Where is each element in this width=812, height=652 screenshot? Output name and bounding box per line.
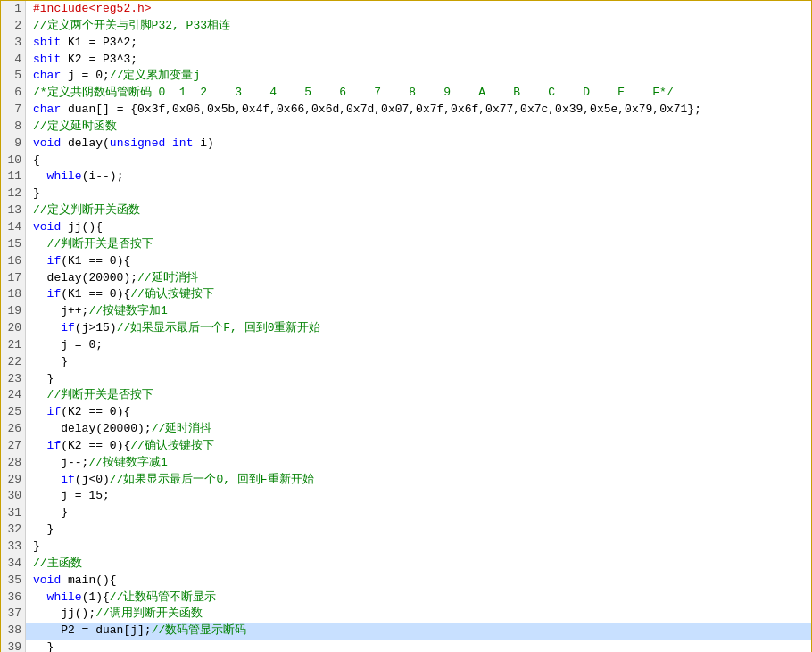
line-number: 13 [1,202,26,219]
line-number: 6 [1,85,26,102]
code-token: if [61,321,75,334]
line-code: delay(20000);//延时消抖 [26,421,811,438]
code-token: //如果显示最后一个0, 回到F重新开始 [110,473,314,486]
line-code: void main(){ [26,573,811,590]
code-token: char [33,103,61,116]
line-row: 13//定义判断开关函数 [1,202,811,219]
line-number: 12 [1,186,26,202]
line-row: 2//定义两个开关与引脚P32, P33相连 [1,18,811,35]
code-token: P2 = duan[j]; [33,623,152,637]
line-number: 27 [1,438,26,455]
code-token: (K2 == 0){ [61,439,130,452]
code-token: //确认按键按下 [130,287,214,301]
code-token: (i--); [82,169,124,183]
line-number: 11 [1,169,26,186]
line-number: 21 [1,337,26,354]
code-token [33,405,47,418]
line-code: #include<reg52.h> [26,1,811,18]
line-row: 27 if(K2 == 0){//确认按键按下 [1,438,811,455]
code-token [33,473,61,486]
code-token: //延时消抖 [137,271,198,285]
line-number: 22 [1,354,26,371]
line-row: 12} [1,186,811,202]
line-row: 38 P2 = duan[j];//数码管显示断码 [1,623,811,640]
code-token [33,169,47,183]
line-row: 33} [1,539,811,556]
line-row: 6/*定义共阴数码管断码 0 1 2 3 4 5 6 7 8 9 A B C D… [1,85,811,102]
line-row: 1#include<reg52.h> [1,1,811,18]
code-token: (j>15) [75,321,117,334]
line-row: 19 j++;//按键数字加1 [1,303,811,320]
code-token: while [47,590,82,604]
line-number: 34 [1,556,26,573]
line-row: 31 } [1,505,811,522]
line-code: } [26,354,811,371]
code-token: //按键数字减1 [88,456,167,469]
line-number: 15 [1,236,26,253]
code-token: (K2 == 0){ [61,405,130,418]
line-code: //定义判断开关函数 [26,202,811,219]
line-code: } [26,505,811,522]
code-token: i) [193,136,213,150]
code-token: //判断开关是否按下 [47,237,154,251]
line-code: if(j>15)//如果显示最后一个F, 回到0重新开始 [26,320,811,337]
line-code: } [26,539,811,556]
code-token: if [61,473,75,486]
code-token: if [47,439,62,452]
code-token: //定义延时函数 [33,120,117,133]
line-row: 30 j = 15; [1,488,811,505]
code-token [33,321,61,334]
line-number: 16 [1,253,26,270]
code-token: //定义两个开关与引脚P32, P33相连 [33,19,230,32]
code-token: //延时消抖 [152,422,212,435]
line-row: 28 j--;//按键数字减1 [1,455,811,472]
line-number: 31 [1,505,26,522]
line-number: 1 [1,1,26,18]
code-token: //定义累加变量j [110,69,200,82]
line-code: } [26,186,811,202]
line-code: if(K2 == 0){ [26,404,811,421]
code-token: delay(20000); [33,422,152,435]
line-row: 24 //判断开关是否按下 [1,387,811,404]
line-row: 10{ [1,153,811,169]
line-row: 3sbit K1 = P3^2; [1,35,811,52]
code-token: } [33,640,54,652]
code-token [33,439,47,452]
line-number: 18 [1,286,26,303]
line-row: 15 //判断开关是否按下 [1,236,811,253]
line-row: 36 while(1){//让数码管不断显示 [1,590,811,607]
code-token: } [33,355,68,368]
line-row: 11 while(i--); [1,169,811,186]
code-token: void [33,220,61,234]
line-code: //主函数 [26,556,811,573]
line-number: 3 [1,35,26,52]
line-number: 33 [1,539,26,556]
line-number: 25 [1,404,26,421]
line-code: } [26,640,811,652]
code-token: (K1 == 0){ [61,287,130,301]
line-code: //定义延时函数 [26,119,811,136]
line-code: /*定义共阴数码管断码 0 1 2 3 4 5 6 7 8 9 A B C D … [26,85,811,102]
line-code: sbit K1 = P3^2; [26,35,811,52]
code-token: if [47,405,62,418]
code-token: delay(20000); [33,271,137,285]
line-row: 23 } [1,371,811,388]
code-token: //调用判断开关函数 [95,607,203,620]
code-token: jj(){ [61,220,103,234]
line-row: 32 } [1,522,811,539]
code-token: delay( [61,136,110,150]
line-number: 35 [1,573,26,590]
line-row: 21 j = 0; [1,337,811,354]
code-token: //主函数 [33,557,82,570]
code-token: if [47,254,62,268]
line-row: 29 if(j<0)//如果显示最后一个0, 回到F重新开始 [1,472,811,489]
code-token: sbit [33,53,61,66]
code-editor: 1#include<reg52.h>2//定义两个开关与引脚P32, P33相连… [0,0,812,652]
line-code: if(K2 == 0){//确认按键按下 [26,438,811,455]
line-code: //判断开关是否按下 [26,387,811,404]
line-number: 2 [1,18,26,35]
code-token [33,388,47,401]
code-token: (1){ [82,590,110,604]
line-code: char j = 0;//定义累加变量j [26,68,811,85]
line-code: } [26,522,811,539]
